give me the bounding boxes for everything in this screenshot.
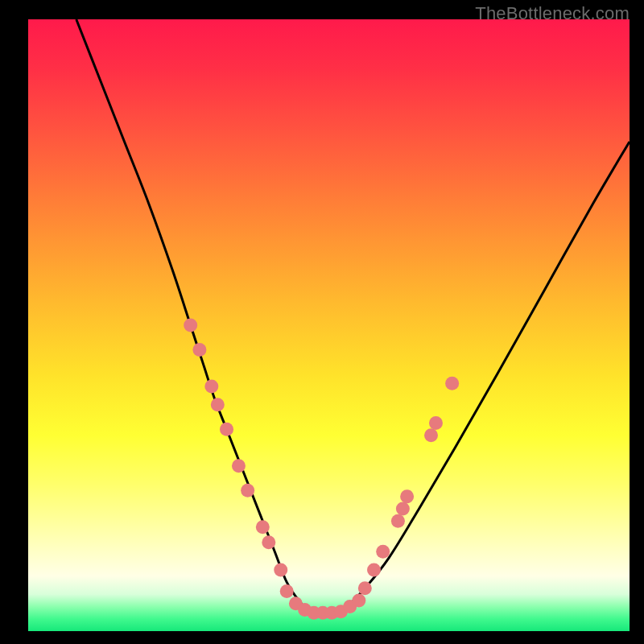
data-marker xyxy=(391,514,405,528)
data-marker xyxy=(241,484,254,497)
chart-svg xyxy=(28,19,630,631)
data-marker xyxy=(445,377,459,390)
data-marker xyxy=(367,564,381,577)
data-marker xyxy=(256,520,270,534)
marker-layer xyxy=(184,319,459,620)
data-marker xyxy=(211,398,225,411)
data-marker xyxy=(352,594,365,608)
data-marker xyxy=(204,380,218,394)
data-marker xyxy=(184,319,197,332)
data-marker xyxy=(262,535,275,549)
data-marker xyxy=(358,581,372,595)
watermark-text: TheBottleneck.com xyxy=(475,3,630,24)
chart-frame: TheBottleneck.com xyxy=(0,0,644,644)
curve-layer xyxy=(76,19,630,613)
plot-area xyxy=(28,19,630,631)
data-marker xyxy=(396,502,410,516)
data-marker xyxy=(424,428,438,442)
data-marker xyxy=(280,584,294,598)
bottleneck-curve xyxy=(76,19,630,613)
data-marker xyxy=(232,459,246,473)
data-marker xyxy=(274,564,287,577)
data-marker xyxy=(400,489,414,503)
data-marker xyxy=(429,416,443,430)
data-marker xyxy=(376,545,390,559)
data-marker xyxy=(220,423,233,436)
data-marker xyxy=(192,343,206,357)
